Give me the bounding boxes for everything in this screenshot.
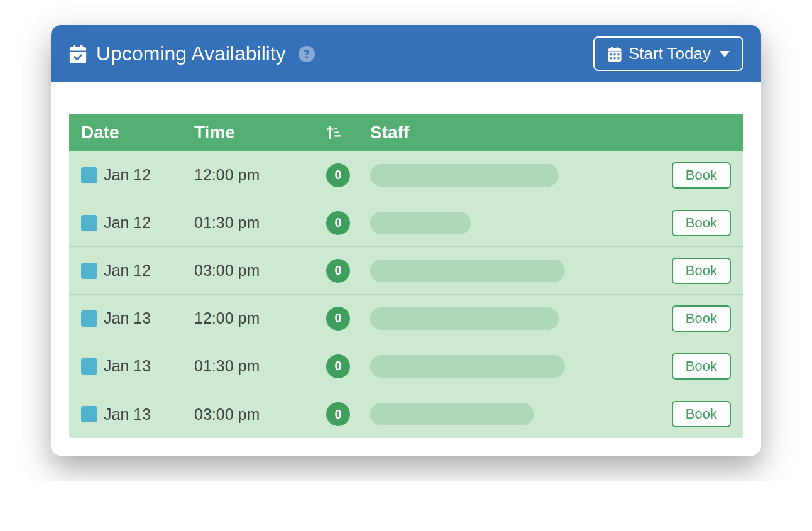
staff-placeholder — [370, 260, 565, 282]
date-text: Jan 13 — [104, 357, 151, 375]
time-cell: 01:30 pm — [194, 357, 326, 375]
column-header-staff[interactable]: Staff — [370, 123, 643, 143]
book-button[interactable]: Book — [672, 258, 731, 284]
color-swatch — [81, 215, 97, 231]
availability-panel: Upcoming Availability Start Today Date T… — [51, 25, 761, 456]
column-header-time[interactable]: Time — [194, 123, 326, 143]
start-today-button[interactable]: Start Today — [593, 36, 743, 71]
availability-table: Date Time Staff Jan 12 12:00 pm 0 — [69, 114, 743, 438]
date-text: Jan 13 — [104, 309, 151, 327]
color-swatch — [81, 263, 97, 279]
count-badge: 0 — [326, 354, 350, 378]
count-badge: 0 — [326, 307, 350, 331]
panel-header: Upcoming Availability Start Today — [51, 25, 761, 82]
color-swatch — [81, 406, 97, 422]
book-button[interactable]: Book — [672, 305, 731, 332]
table-row: Jan 13 01:30 pm 0 Book — [69, 342, 743, 390]
book-button[interactable]: Book — [672, 353, 731, 380]
action-cell: Book — [643, 353, 731, 380]
table-row: Jan 12 01:30 pm 0 Book — [69, 199, 743, 247]
count-badge: 0 — [326, 163, 350, 187]
time-cell: 12:00 pm — [194, 309, 326, 327]
staff-cell — [370, 260, 643, 282]
column-header-date[interactable]: Date — [81, 123, 194, 143]
calendar-check-icon — [69, 45, 87, 63]
staff-placeholder — [370, 307, 559, 330]
panel-body: Date Time Staff Jan 12 12:00 pm 0 — [51, 82, 761, 456]
date-text: Jan 13 — [104, 405, 151, 424]
badge-cell: 0 — [326, 163, 370, 187]
color-swatch — [81, 310, 97, 327]
time-cell: 03:00 pm — [194, 405, 326, 424]
staff-cell — [370, 212, 643, 234]
help-icon[interactable] — [299, 46, 315, 62]
color-swatch — [81, 358, 97, 375]
date-cell: Jan 13 — [81, 309, 194, 327]
badge-cell: 0 — [326, 307, 370, 331]
time-cell: 12:00 pm — [194, 166, 326, 184]
table-row: Jan 13 12:00 pm 0 Book — [69, 295, 743, 342]
time-cell: 03:00 pm — [194, 261, 326, 280]
time-cell: 01:30 pm — [194, 214, 326, 232]
staff-placeholder — [370, 403, 534, 425]
badge-cell: 0 — [326, 211, 370, 235]
table-body: Jan 12 12:00 pm 0 Book Jan 12 01:30 pm 0… — [69, 151, 743, 438]
date-cell: Jan 13 — [81, 357, 194, 375]
action-cell: Book — [643, 258, 731, 284]
date-cell: Jan 12 — [81, 261, 194, 280]
staff-cell — [370, 355, 643, 378]
book-button[interactable]: Book — [672, 210, 731, 236]
badge-cell: 0 — [326, 259, 370, 283]
panel-title-wrap: Upcoming Availability — [69, 42, 315, 65]
table-row: Jan 12 12:00 pm 0 Book — [69, 151, 743, 199]
date-cell: Jan 12 — [81, 214, 194, 232]
count-badge: 0 — [326, 402, 350, 426]
staff-cell — [370, 403, 643, 425]
caret-down-icon — [720, 51, 730, 57]
date-cell: Jan 13 — [81, 405, 194, 424]
date-text: Jan 12 — [104, 261, 151, 280]
table-row: Jan 13 03:00 pm 0 Book — [69, 390, 743, 438]
staff-cell — [370, 307, 643, 330]
count-badge: 0 — [326, 259, 350, 283]
table-row: Jan 12 03:00 pm 0 Book — [69, 247, 743, 295]
book-button[interactable]: Book — [672, 401, 731, 427]
action-cell: Book — [643, 305, 731, 332]
date-text: Jan 12 — [104, 214, 151, 232]
action-cell: Book — [643, 210, 731, 236]
panel-title: Upcoming Availability — [96, 42, 286, 65]
staff-placeholder — [370, 212, 471, 234]
book-button[interactable]: Book — [672, 162, 731, 189]
calendar-grid-icon — [607, 47, 622, 62]
sort-icon — [326, 124, 343, 141]
count-badge: 0 — [326, 211, 350, 235]
staff-placeholder — [370, 164, 559, 187]
date-text: Jan 12 — [104, 166, 151, 184]
action-cell: Book — [643, 162, 731, 189]
staff-placeholder — [370, 355, 565, 378]
table-header-row: Date Time Staff — [69, 114, 743, 151]
badge-cell: 0 — [326, 354, 370, 378]
column-header-sort[interactable] — [326, 124, 370, 141]
staff-cell — [370, 164, 643, 187]
date-cell: Jan 12 — [81, 166, 194, 184]
color-swatch — [81, 167, 97, 183]
action-cell: Book — [643, 401, 731, 427]
badge-cell: 0 — [326, 402, 370, 426]
start-today-label: Start Today — [628, 44, 711, 63]
